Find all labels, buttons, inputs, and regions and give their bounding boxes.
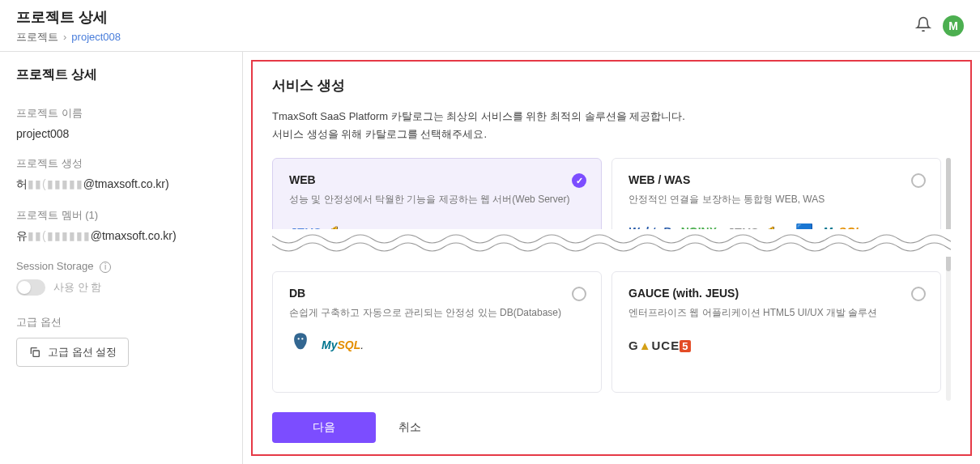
sidebar: 프로젝트 상세 프로젝트 이름 project008 프로젝트 생성 허▮▮(▮… xyxy=(0,52,243,464)
catalog-row-2: DB 손쉽게 구축하고 자동으로 관리되는 안정성 있는 DB(Database… xyxy=(272,271,951,393)
card-desc: 손쉽게 구축하고 자동으로 관리되는 안정성 있는 DB(Database) xyxy=(289,306,585,320)
session-storage-toggle-row: 사용 안 함 xyxy=(16,279,226,296)
copy-icon xyxy=(28,346,41,359)
card-title: WEB xyxy=(289,173,585,186)
card-logos: G▲UCE5 xyxy=(628,331,924,359)
postgresql-logo-icon xyxy=(289,331,312,359)
sidebar-title: 프로젝트 상세 xyxy=(16,66,226,83)
catalog-card-db[interactable]: DB 손쉽게 구축하고 자동으로 관리되는 안정성 있는 DB(Database… xyxy=(272,271,602,393)
info-icon[interactable]: i xyxy=(100,262,111,273)
card-desc: 엔터프라이즈 웹 어플리케이션 HTML5 UI/UX 개발 솔루션 xyxy=(628,306,924,320)
main-description: TmaxSoft SaaS Platform 카탈로그는 최상의 서비스를 위한… xyxy=(272,108,951,143)
cancel-button[interactable]: 취소 xyxy=(382,412,437,443)
project-name-value: project008 xyxy=(16,127,226,140)
torn-edge-decoration xyxy=(272,229,951,257)
breadcrumb: 프로젝트 › project008 xyxy=(16,30,121,45)
toggle-label: 사용 안 함 xyxy=(53,280,101,295)
chevron-right-icon: › xyxy=(63,31,66,43)
page-header: 프로젝트 상세 프로젝트 › project008 M xyxy=(0,0,980,52)
session-storage-label: Session Storage i xyxy=(16,260,226,273)
header-left: 프로젝트 상세 프로젝트 › project008 xyxy=(16,7,121,45)
advanced-options-button[interactable]: 고급 옵션 설정 xyxy=(16,338,129,367)
footer-buttons: 다음 취소 xyxy=(272,401,951,454)
breadcrumb-current[interactable]: project008 xyxy=(71,31,121,43)
main-title: 서비스 생성 xyxy=(272,76,951,95)
catalog-list: WEB 성능 및 안정성에서 탁월한 기능을 제공하는 웹 서버(Web Ser… xyxy=(272,158,951,401)
masked-text: ▮▮(▮▮▮▮▮ xyxy=(28,177,83,190)
project-members-label: 프로젝트 멤버 (1) xyxy=(16,208,226,223)
card-title: WEB / WAS xyxy=(628,173,924,186)
avatar[interactable]: M xyxy=(943,15,964,36)
main: 서비스 생성 TmaxSoft SaaS Platform 카탈로그는 최상의 … xyxy=(243,52,980,464)
toggle-knob xyxy=(18,281,31,294)
project-creator-label: 프로젝트 생성 xyxy=(16,156,226,171)
next-button[interactable]: 다음 xyxy=(272,412,376,443)
main-panel: 서비스 생성 TmaxSoft SaaS Platform 카탈로그는 최상의 … xyxy=(251,60,972,456)
catalog-grid-container: WEB 성능 및 안정성에서 탁월한 기능을 제공하는 웹 서버(Web Ser… xyxy=(272,158,951,393)
bell-icon[interactable] xyxy=(915,16,931,35)
project-creator-value: 허▮▮(▮▮▮▮▮@tmaxsoft.co.kr) xyxy=(16,177,226,192)
gauce-logo-icon: G▲UCE5 xyxy=(628,338,691,352)
card-desc: 성능 및 안정성에서 탁월한 기능을 제공하는 웹 서버(Web Server) xyxy=(289,193,585,206)
session-storage-toggle[interactable] xyxy=(16,279,45,296)
card-logos: MySQL. xyxy=(289,331,585,359)
project-name-label: 프로젝트 이름 xyxy=(16,106,226,121)
advanced-options-label: 고급 옵션 xyxy=(16,315,226,330)
mysql-logo-icon: MySQL. xyxy=(322,338,364,351)
card-desc: 안정적인 연결을 보장하는 통합형 WEB, WAS xyxy=(628,193,924,206)
body: 프로젝트 상세 프로젝트 이름 project008 프로젝트 생성 허▮▮(▮… xyxy=(0,52,980,464)
catalog-card-gauce[interactable]: GAUCE (with. JEUS) 엔터프라이즈 웹 어플리케이션 HTML5… xyxy=(611,271,941,393)
card-title: DB xyxy=(289,287,585,300)
masked-text: ▮▮(▮▮▮▮▮▮ xyxy=(28,229,91,242)
header-right: M xyxy=(915,15,964,36)
card-title: GAUCE (with. JEUS) xyxy=(628,287,924,300)
project-member-value: 유▮▮(▮▮▮▮▮▮@tmaxsoft.co.kr) xyxy=(16,229,226,244)
svg-rect-0 xyxy=(33,351,39,356)
breadcrumb-root[interactable]: 프로젝트 xyxy=(16,30,58,45)
page-title: 프로젝트 상세 xyxy=(16,7,121,27)
